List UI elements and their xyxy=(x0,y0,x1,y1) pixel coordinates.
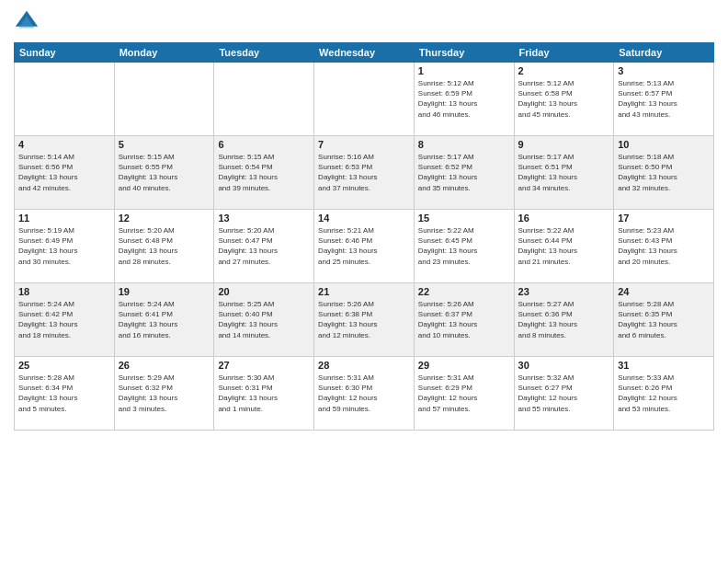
weekday-header: Saturday xyxy=(614,43,714,63)
calendar-cell: 6Sunrise: 5:15 AM Sunset: 6:54 PM Daylig… xyxy=(214,136,314,210)
day-info: Sunrise: 5:20 AM Sunset: 6:47 PM Dayligh… xyxy=(218,225,310,267)
calendar-cell: 31Sunrise: 5:33 AM Sunset: 6:26 PM Dayli… xyxy=(614,357,714,431)
calendar-cell: 11Sunrise: 5:19 AM Sunset: 6:49 PM Dayli… xyxy=(15,210,115,283)
calendar-cell: 13Sunrise: 5:20 AM Sunset: 6:47 PM Dayli… xyxy=(214,210,314,283)
day-info: Sunrise: 5:17 AM Sunset: 6:51 PM Dayligh… xyxy=(518,152,610,193)
calendar-cell: 15Sunrise: 5:22 AM Sunset: 6:45 PM Dayli… xyxy=(414,210,514,283)
day-info: Sunrise: 5:15 AM Sunset: 6:54 PM Dayligh… xyxy=(218,152,310,193)
calendar-week: 4Sunrise: 5:14 AM Sunset: 6:56 PM Daylig… xyxy=(15,136,714,210)
calendar-cell xyxy=(114,63,214,136)
day-number: 25 xyxy=(18,360,110,371)
weekday-header: Tuesday xyxy=(214,43,314,63)
day-number: 23 xyxy=(518,286,610,297)
calendar-week: 18Sunrise: 5:24 AM Sunset: 6:42 PM Dayli… xyxy=(15,283,714,357)
day-number: 13 xyxy=(218,213,310,224)
calendar-cell: 5Sunrise: 5:15 AM Sunset: 6:55 PM Daylig… xyxy=(114,136,214,210)
day-info: Sunrise: 5:16 AM Sunset: 6:53 PM Dayligh… xyxy=(318,152,410,193)
day-number: 30 xyxy=(518,360,610,371)
day-info: Sunrise: 5:28 AM Sunset: 6:34 PM Dayligh… xyxy=(18,373,110,414)
calendar-cell: 2Sunrise: 5:12 AM Sunset: 6:58 PM Daylig… xyxy=(514,63,614,136)
calendar-cell: 27Sunrise: 5:30 AM Sunset: 6:31 PM Dayli… xyxy=(214,357,314,431)
day-info: Sunrise: 5:12 AM Sunset: 6:59 PM Dayligh… xyxy=(418,78,510,120)
weekday-header: Wednesday xyxy=(314,43,415,63)
calendar-cell: 28Sunrise: 5:31 AM Sunset: 6:30 PM Dayli… xyxy=(314,357,415,431)
day-number: 27 xyxy=(218,360,310,371)
calendar-cell: 19Sunrise: 5:24 AM Sunset: 6:41 PM Dayli… xyxy=(114,283,214,357)
day-number: 10 xyxy=(618,139,710,150)
day-number: 26 xyxy=(119,360,210,371)
logo xyxy=(14,9,43,35)
calendar-cell: 3Sunrise: 5:13 AM Sunset: 6:57 PM Daylig… xyxy=(614,63,714,136)
day-info: Sunrise: 5:20 AM Sunset: 6:48 PM Dayligh… xyxy=(119,225,210,267)
calendar-cell: 1Sunrise: 5:12 AM Sunset: 6:59 PM Daylig… xyxy=(414,63,514,136)
day-info: Sunrise: 5:21 AM Sunset: 6:46 PM Dayligh… xyxy=(318,225,410,267)
calendar-cell: 18Sunrise: 5:24 AM Sunset: 6:42 PM Dayli… xyxy=(15,283,115,357)
calendar-cell: 21Sunrise: 5:26 AM Sunset: 6:38 PM Dayli… xyxy=(314,283,415,357)
calendar-week: 25Sunrise: 5:28 AM Sunset: 6:34 PM Dayli… xyxy=(15,357,714,431)
day-number: 9 xyxy=(518,139,610,150)
calendar-cell: 14Sunrise: 5:21 AM Sunset: 6:46 PM Dayli… xyxy=(314,210,415,283)
day-info: Sunrise: 5:28 AM Sunset: 6:35 PM Dayligh… xyxy=(618,299,710,340)
weekday-header: Thursday xyxy=(414,43,514,63)
calendar-cell xyxy=(15,63,115,136)
day-number: 14 xyxy=(318,213,410,224)
day-info: Sunrise: 5:27 AM Sunset: 6:36 PM Dayligh… xyxy=(518,299,610,340)
calendar-cell: 25Sunrise: 5:28 AM Sunset: 6:34 PM Dayli… xyxy=(15,357,115,431)
day-info: Sunrise: 5:24 AM Sunset: 6:42 PM Dayligh… xyxy=(18,299,110,340)
calendar-cell: 20Sunrise: 5:25 AM Sunset: 6:40 PM Dayli… xyxy=(214,283,314,357)
calendar-cell: 29Sunrise: 5:31 AM Sunset: 6:29 PM Dayli… xyxy=(414,357,514,431)
day-info: Sunrise: 5:15 AM Sunset: 6:55 PM Dayligh… xyxy=(119,152,210,193)
calendar-cell: 26Sunrise: 5:29 AM Sunset: 6:32 PM Dayli… xyxy=(114,357,214,431)
day-number: 16 xyxy=(518,213,610,224)
day-info: Sunrise: 5:24 AM Sunset: 6:41 PM Dayligh… xyxy=(119,299,210,340)
calendar-cell: 22Sunrise: 5:26 AM Sunset: 6:37 PM Dayli… xyxy=(414,283,514,357)
calendar-cell: 23Sunrise: 5:27 AM Sunset: 6:36 PM Dayli… xyxy=(514,283,614,357)
day-number: 22 xyxy=(418,286,510,297)
calendar-cell: 7Sunrise: 5:16 AM Sunset: 6:53 PM Daylig… xyxy=(314,136,415,210)
calendar-week: 1Sunrise: 5:12 AM Sunset: 6:59 PM Daylig… xyxy=(15,63,714,136)
day-number: 1 xyxy=(418,65,510,76)
day-number: 3 xyxy=(618,65,710,76)
day-info: Sunrise: 5:12 AM Sunset: 6:58 PM Dayligh… xyxy=(518,78,610,120)
calendar-table: SundayMondayTuesdayWednesdayThursdayFrid… xyxy=(14,42,714,431)
day-info: Sunrise: 5:32 AM Sunset: 6:27 PM Dayligh… xyxy=(518,373,610,414)
day-number: 8 xyxy=(418,139,510,150)
calendar-cell xyxy=(314,63,415,136)
day-number: 2 xyxy=(518,65,610,76)
page: SundayMondayTuesdayWednesdayThursdayFrid… xyxy=(0,0,728,563)
weekday-header: Monday xyxy=(114,43,214,63)
day-number: 31 xyxy=(618,360,710,371)
day-number: 19 xyxy=(119,286,210,297)
day-number: 20 xyxy=(218,286,310,297)
day-number: 12 xyxy=(119,213,210,224)
day-number: 21 xyxy=(318,286,410,297)
day-info: Sunrise: 5:19 AM Sunset: 6:49 PM Dayligh… xyxy=(18,225,110,267)
day-info: Sunrise: 5:33 AM Sunset: 6:26 PM Dayligh… xyxy=(618,373,710,414)
calendar-cell: 24Sunrise: 5:28 AM Sunset: 6:35 PM Dayli… xyxy=(614,283,714,357)
day-number: 17 xyxy=(618,213,710,224)
day-number: 28 xyxy=(318,360,410,371)
day-info: Sunrise: 5:17 AM Sunset: 6:52 PM Dayligh… xyxy=(418,152,510,193)
calendar-cell: 8Sunrise: 5:17 AM Sunset: 6:52 PM Daylig… xyxy=(414,136,514,210)
day-info: Sunrise: 5:29 AM Sunset: 6:32 PM Dayligh… xyxy=(119,373,210,414)
day-number: 5 xyxy=(119,139,210,150)
weekday-header: Sunday xyxy=(15,43,115,63)
day-info: Sunrise: 5:23 AM Sunset: 6:43 PM Dayligh… xyxy=(618,225,710,267)
day-info: Sunrise: 5:25 AM Sunset: 6:40 PM Dayligh… xyxy=(218,299,310,340)
weekday-header: Friday xyxy=(514,43,614,63)
calendar-cell xyxy=(214,63,314,136)
calendar-cell: 10Sunrise: 5:18 AM Sunset: 6:50 PM Dayli… xyxy=(614,136,714,210)
calendar-cell: 17Sunrise: 5:23 AM Sunset: 6:43 PM Dayli… xyxy=(614,210,714,283)
day-number: 15 xyxy=(418,213,510,224)
calendar-week: 11Sunrise: 5:19 AM Sunset: 6:49 PM Dayli… xyxy=(15,210,714,283)
header-row: SundayMondayTuesdayWednesdayThursdayFrid… xyxy=(15,43,714,63)
day-info: Sunrise: 5:22 AM Sunset: 6:45 PM Dayligh… xyxy=(418,225,510,267)
day-info: Sunrise: 5:31 AM Sunset: 6:30 PM Dayligh… xyxy=(318,373,410,414)
day-info: Sunrise: 5:13 AM Sunset: 6:57 PM Dayligh… xyxy=(618,78,710,120)
day-number: 6 xyxy=(218,139,310,150)
day-number: 11 xyxy=(18,213,110,224)
header xyxy=(14,9,714,35)
logo-icon xyxy=(14,9,40,35)
day-info: Sunrise: 5:18 AM Sunset: 6:50 PM Dayligh… xyxy=(618,152,710,193)
day-number: 7 xyxy=(318,139,410,150)
